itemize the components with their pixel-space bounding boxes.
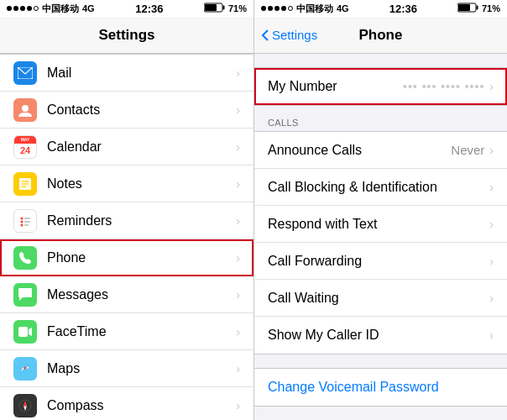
voicemail-group: Change Voicemail Password — [254, 368, 507, 407]
chevron-icon: › — [489, 181, 494, 194]
chevron-icon: › — [236, 251, 240, 265]
carrier-label: 中国移动 — [296, 3, 333, 15]
chevron-icon: › — [236, 177, 240, 191]
right-nav-bar: Settings Phone — [254, 17, 507, 54]
settings-item-phone[interactable]: Phone › — [0, 239, 254, 276]
svg-rect-1 — [222, 6, 224, 10]
svg-point-9 — [21, 217, 24, 219]
svg-rect-37 — [458, 4, 470, 11]
phone-icon — [13, 246, 37, 270]
messages-label: Messages — [47, 287, 236, 302]
right-status-right: 71% — [457, 3, 500, 14]
call-waiting-label: Call Waiting — [268, 291, 489, 306]
chevron-icon: › — [489, 291, 494, 305]
caller-id-label: Show My Caller ID — [268, 328, 489, 343]
voicemail-item[interactable]: Change Voicemail Password — [254, 369, 507, 406]
notes-icon — [13, 172, 37, 196]
chevron-icon: › — [236, 288, 240, 302]
settings-item-reminders[interactable]: Reminders › — [0, 202, 254, 239]
settings-item-calendar[interactable]: MAY 24 Calendar › — [0, 129, 254, 165]
mail-label: Mail — [47, 66, 236, 81]
svg-point-11 — [21, 223, 24, 226]
back-button[interactable]: Settings — [261, 28, 317, 42]
respond-text-label: Respond with Text — [268, 217, 489, 232]
call-waiting-item[interactable]: Call Waiting › — [254, 280, 507, 317]
chevron-icon: › — [489, 328, 494, 342]
left-status-left: 中国移动 4G — [7, 3, 95, 15]
calls-section: CALLS Announce Calls Never › Call Blocki… — [254, 106, 507, 354]
facetime-label: FaceTime — [47, 324, 236, 339]
settings-item-mail[interactable]: Mail › — [0, 55, 254, 92]
my-number-label: My Number — [268, 79, 403, 94]
settings-item-facetime[interactable]: FaceTime › — [0, 313, 254, 350]
left-time: 12:36 — [135, 3, 163, 15]
left-status-right: 71% — [204, 3, 247, 14]
chevron-icon: › — [236, 362, 240, 375]
call-blocking-item[interactable]: Call Blocking & Identification › — [254, 169, 507, 206]
svg-rect-15 — [18, 327, 28, 337]
settings-item-maps[interactable]: Maps › — [0, 350, 254, 387]
chevron-icon: › — [489, 255, 494, 268]
settings-item-contacts[interactable]: Contacts › — [0, 92, 254, 129]
calls-header: CALLS — [254, 106, 507, 131]
calendar-label: Calendar — [47, 139, 236, 155]
right-panel: 中国移动 4G 12:36 71% Settings Phone — [254, 0, 507, 420]
respond-text-item[interactable]: Respond with Text › — [254, 206, 507, 243]
chevron-icon: › — [236, 66, 240, 80]
svg-marker-16 — [29, 328, 32, 336]
maps-icon — [13, 357, 37, 381]
compass-label: Compass — [47, 398, 236, 413]
network-label: 4G — [337, 3, 349, 13]
caller-id-item[interactable]: Show My Caller ID › — [254, 317, 507, 354]
right-settings-list: My Number ••• ••• •••• •••• › CALLS Anno… — [254, 54, 507, 420]
right-status-left: 中国移动 4G — [261, 3, 349, 15]
messages-icon — [13, 283, 37, 307]
announce-calls-item[interactable]: Announce Calls Never › — [254, 132, 507, 169]
signal-icon — [261, 6, 293, 11]
my-number-value: ••• ••• •••• •••• — [403, 80, 484, 93]
chevron-icon: › — [236, 399, 240, 412]
chevron-icon: › — [489, 218, 494, 231]
svg-point-10 — [21, 220, 24, 223]
compass-icon — [13, 394, 37, 417]
contacts-icon — [13, 98, 37, 122]
my-number-group: My Number ••• ••• •••• •••• › — [254, 67, 507, 106]
call-forwarding-label: Call Forwarding — [268, 254, 489, 269]
calls-list-group: Announce Calls Never › Call Blocking & I… — [254, 131, 507, 354]
call-blocking-label: Call Blocking & Identification — [268, 180, 489, 195]
settings-item-messages[interactable]: Messages › — [0, 276, 254, 313]
mail-icon — [13, 61, 37, 85]
battery-icon — [457, 3, 478, 14]
voicemail-label: Change Voicemail Password — [268, 380, 494, 395]
network-label: 4G — [82, 3, 95, 13]
announce-calls-value: Never — [451, 143, 484, 157]
left-status-bar: 中国移动 4G 12:36 71% — [0, 0, 254, 17]
my-number-item[interactable]: My Number ••• ••• •••• •••• › — [254, 68, 507, 105]
svg-rect-36 — [476, 6, 478, 10]
chevron-icon: › — [236, 103, 240, 117]
settings-item-notes[interactable]: Notes › — [0, 165, 254, 202]
phone-label: Phone — [47, 250, 236, 265]
call-forwarding-item[interactable]: Call Forwarding › — [254, 243, 507, 280]
maps-label: Maps — [47, 361, 236, 376]
reminders-icon — [13, 209, 37, 233]
facetime-icon — [13, 320, 37, 344]
chevron-icon: › — [236, 214, 240, 228]
chevron-icon: › — [489, 144, 494, 157]
right-title: Phone — [359, 27, 403, 44]
chevron-icon: › — [489, 80, 494, 93]
left-nav-bar: Settings — [0, 17, 254, 54]
signal-icon — [7, 6, 39, 11]
chevron-icon: › — [236, 140, 240, 154]
calendar-icon: MAY 24 — [13, 135, 37, 159]
reminders-label: Reminders — [47, 213, 236, 228]
right-status-bar: 中国移动 4G 12:36 71% — [254, 0, 507, 17]
left-title: Settings — [98, 27, 154, 44]
left-panel: 中国移动 4G 12:36 71% Settings — [0, 0, 254, 420]
divider — [254, 407, 507, 420]
svg-point-18 — [24, 366, 27, 369]
notes-label: Notes — [47, 176, 236, 192]
svg-point-4 — [22, 105, 29, 112]
settings-item-compass[interactable]: Compass › — [0, 387, 254, 420]
svg-rect-2 — [205, 4, 217, 11]
